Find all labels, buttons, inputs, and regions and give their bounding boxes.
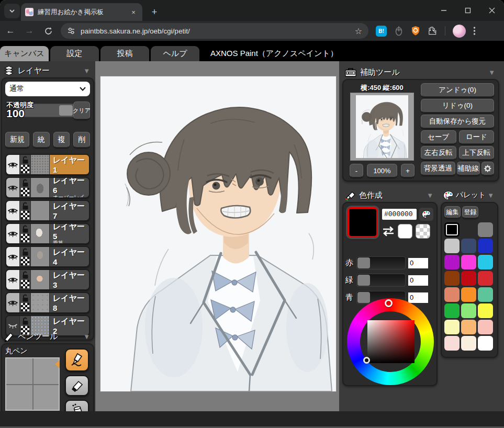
profile-avatar[interactable] bbox=[453, 25, 466, 38]
palette-swatch[interactable] bbox=[478, 239, 493, 253]
alpha-lock-checker-icon[interactable] bbox=[21, 165, 29, 173]
collapse-triangle-icon[interactable]: ▼ bbox=[83, 67, 90, 75]
alpha-lock-checker-icon[interactable] bbox=[21, 257, 29, 265]
layer-thumbnail[interactable] bbox=[30, 293, 50, 312]
palette-swatch[interactable] bbox=[461, 271, 476, 286]
layer-lock-toggle[interactable] bbox=[19, 178, 30, 197]
hatena-extension-icon[interactable]: B! bbox=[376, 26, 387, 37]
tab-post[interactable]: 投稿 bbox=[100, 46, 149, 61]
layer-row-4[interactable]: レイヤー4 bbox=[5, 246, 90, 267]
layer-visibility-toggle[interactable] bbox=[6, 247, 19, 266]
tab-canvas[interactable]: キャンバス bbox=[0, 46, 49, 61]
palette-swatch[interactable] bbox=[478, 255, 493, 269]
alpha-lock-checker-icon[interactable] bbox=[21, 234, 29, 242]
hex-color-input[interactable] bbox=[382, 209, 417, 220]
duplicate-layer-button[interactable]: 複 bbox=[53, 132, 70, 148]
blend-mode-select[interactable]: 通常 bbox=[5, 82, 90, 96]
layer-lock-toggle[interactable] bbox=[19, 270, 30, 289]
extensions-puzzle-icon[interactable] bbox=[428, 26, 438, 36]
browser-tab[interactable]: 練習用お絵かき掲示板 × bbox=[21, 3, 142, 21]
mouse-gesture-extension-icon[interactable] bbox=[394, 26, 404, 36]
close-button[interactable] bbox=[480, 0, 504, 21]
zoom-out-button[interactable]: - bbox=[350, 164, 363, 177]
browser-menu-kebab-icon[interactable] bbox=[473, 26, 476, 36]
layer-row-3[interactable]: レイヤー3 bbox=[5, 269, 90, 290]
layer-row-6[interactable]: レイヤー6オーバーレイ bbox=[5, 177, 90, 198]
layer-row-7[interactable]: レイヤー7 bbox=[5, 200, 90, 221]
tab-close-icon[interactable]: × bbox=[129, 7, 138, 17]
palette-swatch[interactable] bbox=[478, 271, 493, 286]
green-slider[interactable] bbox=[356, 274, 406, 287]
alpha-lock-checker-icon[interactable] bbox=[21, 188, 29, 196]
delete-layer-button[interactable]: 削 bbox=[73, 132, 90, 148]
palette-swatch[interactable] bbox=[478, 303, 493, 318]
clear-layer-button[interactable]: クリア bbox=[73, 102, 90, 119]
layer-thumbnail[interactable] bbox=[30, 155, 50, 174]
reload-button[interactable] bbox=[40, 22, 57, 39]
layer-lock-toggle[interactable] bbox=[19, 155, 30, 174]
palette-swatch[interactable] bbox=[461, 287, 476, 302]
new-layer-button[interactable]: 新規 bbox=[5, 132, 29, 148]
palette-swatch[interactable] bbox=[461, 255, 476, 269]
palette-swatch[interactable] bbox=[444, 303, 460, 318]
layer-thumbnail[interactable] bbox=[30, 270, 50, 289]
guide-line-button[interactable]: 補助線 bbox=[457, 162, 480, 175]
palette-swatch[interactable] bbox=[444, 239, 460, 253]
transparent-color-swatch[interactable] bbox=[416, 224, 430, 239]
layer-visibility-toggle[interactable] bbox=[6, 178, 19, 197]
collapse-triangle-icon[interactable]: ▼ bbox=[427, 192, 433, 199]
layer-visibility-toggle[interactable] bbox=[6, 224, 19, 243]
layer-thumbnail[interactable] bbox=[30, 201, 50, 220]
load-button[interactable]: ロード bbox=[459, 130, 495, 144]
redo-button[interactable]: リドゥ(0) bbox=[421, 99, 494, 112]
collapse-triangle-icon[interactable]: ▼ bbox=[488, 69, 495, 76]
current-color-swatch[interactable] bbox=[348, 207, 378, 238]
palette-swatch[interactable] bbox=[444, 271, 460, 286]
undo-button[interactable]: アンドゥ(0) bbox=[421, 83, 494, 97]
maximize-button[interactable] bbox=[456, 0, 480, 21]
shield-extension-icon[interactable] bbox=[411, 26, 420, 36]
saturation-value-marker[interactable] bbox=[363, 357, 370, 364]
palette-edit-button[interactable]: 編集 bbox=[444, 206, 461, 218]
palette-swatch[interactable] bbox=[478, 320, 493, 334]
color-wheel[interactable] bbox=[347, 298, 434, 385]
palette-swatch[interactable] bbox=[444, 320, 460, 334]
palette-shortcut-button[interactable] bbox=[419, 208, 433, 221]
palette-swatch-empty[interactable] bbox=[461, 222, 476, 237]
forward-button[interactable]: → bbox=[21, 22, 38, 39]
saturation-value-square[interactable] bbox=[367, 320, 415, 363]
palette-swatch[interactable] bbox=[461, 239, 476, 253]
flip-horizontal-button[interactable]: 左右反転 bbox=[421, 146, 456, 160]
url-bar[interactable]: paintbbs.sakura.ne.jp/oeb/cgi/petit/ ☆ bbox=[61, 23, 368, 39]
zoom-in-button[interactable]: + bbox=[401, 164, 415, 177]
new-tab-button[interactable]: + bbox=[148, 5, 161, 19]
merge-layer-button[interactable]: 統 bbox=[33, 132, 50, 148]
layer-lock-toggle[interactable] bbox=[19, 201, 30, 220]
settings-gear-button[interactable] bbox=[481, 162, 494, 175]
swap-colors-icon[interactable] bbox=[382, 226, 395, 237]
palette-swatch[interactable] bbox=[478, 287, 493, 302]
layer-thumbnail[interactable] bbox=[30, 178, 50, 197]
layer-row-5[interactable]: レイヤー5乗算 bbox=[5, 223, 90, 244]
alpha-lock-checker-icon[interactable] bbox=[21, 280, 29, 288]
palette-swatch[interactable] bbox=[444, 336, 460, 351]
layer-thumbnail[interactable] bbox=[30, 224, 50, 243]
green-slider-handle[interactable] bbox=[357, 275, 370, 286]
red-slider-handle[interactable] bbox=[357, 257, 370, 268]
background-transparent-button[interactable]: 背景透過 bbox=[421, 162, 455, 175]
palette-swatch[interactable] bbox=[478, 336, 493, 351]
flip-vertical-button[interactable]: 上下反転 bbox=[459, 146, 495, 160]
red-slider[interactable] bbox=[356, 256, 406, 269]
pen-size-preview[interactable] bbox=[5, 357, 60, 411]
minimize-button[interactable] bbox=[432, 0, 456, 21]
tab-search-button[interactable] bbox=[4, 4, 20, 18]
layer-row-1[interactable]: レイヤー1 bbox=[5, 154, 90, 175]
palette-swatch[interactable] bbox=[461, 320, 476, 334]
hue-marker[interactable] bbox=[385, 299, 393, 307]
zoom-level-button[interactable]: 100% bbox=[367, 164, 397, 177]
palette-swatch[interactable] bbox=[461, 303, 476, 318]
palette-register-button[interactable]: 登録 bbox=[462, 206, 478, 218]
layer-thumbnail[interactable] bbox=[30, 247, 50, 266]
layer-visibility-toggle[interactable] bbox=[6, 155, 19, 174]
alpha-lock-checker-icon[interactable] bbox=[21, 211, 29, 219]
